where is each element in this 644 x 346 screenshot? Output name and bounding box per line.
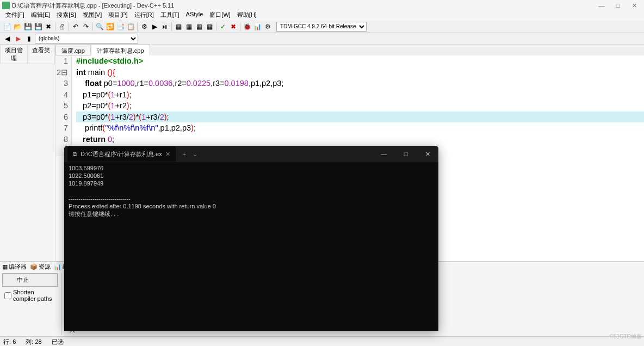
replace-icon[interactable]: 🔁 xyxy=(105,22,115,32)
check-icon[interactable]: ✓ xyxy=(218,22,228,32)
line-gutter: 12⊟3456789 xyxy=(55,55,72,156)
tab-compiler[interactable]: ▦ 编译器 xyxy=(2,263,27,271)
options-icon[interactable]: ⚙ xyxy=(263,22,273,32)
menu-item[interactable]: 工具[T] xyxy=(157,11,183,21)
window-title: D:\C语言程序\计算存款利息.cpp - [Executing] - Dev-… xyxy=(12,2,598,10)
chevron-down-icon[interactable]: ⌄ xyxy=(193,151,197,158)
menu-item[interactable]: 帮助[H] xyxy=(234,11,260,21)
scope-select[interactable]: (globals) xyxy=(35,34,138,44)
code-editor[interactable]: 12⊟3456789 #include<stdio.h>int main (){… xyxy=(55,55,644,156)
save-icon[interactable]: 💾 xyxy=(23,22,33,32)
nav-toolbar: ◀ ▶ ▮ (globals) xyxy=(0,33,644,45)
cmd-icon: ⧉ xyxy=(73,151,77,158)
undo-icon[interactable]: ↶ xyxy=(71,22,81,32)
abort-button[interactable]: 中止 xyxy=(2,273,58,287)
menu-item[interactable]: 编辑[E] xyxy=(28,11,53,21)
menu-item[interactable]: 运行[R] xyxy=(131,11,157,21)
console-window[interactable]: ⧉ D:\C语言程序\计算存款利息.ex ✕ ＋ ⌄ — □ ✕ 1003.59… xyxy=(64,146,438,331)
save-all-icon[interactable]: 💾 xyxy=(33,22,43,32)
console-maximize-button[interactable]: □ xyxy=(395,146,417,162)
watermark: ©51CTO博客 xyxy=(610,333,642,341)
layout2-icon[interactable]: ▦ xyxy=(184,22,194,32)
new-file-icon[interactable]: 📄 xyxy=(2,22,12,32)
debug-icon[interactable]: 🐞 xyxy=(242,22,252,32)
file-tab[interactable]: 温度.cpp xyxy=(55,45,91,55)
layout3-icon[interactable]: ▦ xyxy=(194,22,204,32)
console-tab[interactable]: ⧉ D:\C语言程序\计算存款利息.ex ✕ xyxy=(67,146,176,162)
close-button[interactable]: ✕ xyxy=(631,2,637,9)
profile-icon[interactable]: 📊 xyxy=(252,22,262,32)
menu-item[interactable]: 搜索[S] xyxy=(53,11,79,21)
sidebar-tab[interactable]: 查看类 xyxy=(28,45,55,64)
project-sidebar: 项目管理查看类 xyxy=(0,45,55,284)
console-tab-title: D:\C语言程序\计算存款利息.ex xyxy=(81,150,162,158)
layout4-icon[interactable]: ▦ xyxy=(205,22,214,32)
open-file-icon[interactable]: 📂 xyxy=(13,22,22,32)
minimize-button[interactable]: — xyxy=(598,2,605,9)
layout1-icon[interactable]: ▦ xyxy=(174,22,183,32)
console-tab-close-icon[interactable]: ✕ xyxy=(165,151,170,158)
cancel-icon[interactable]: ✖ xyxy=(228,22,238,32)
menu-item[interactable]: 窗口[W] xyxy=(206,11,234,21)
console-output: 1003.599976 1022.500061 1019.897949 ----… xyxy=(64,162,438,220)
title-bar: D:\C语言程序\计算存款利息.cpp - [Executing] - Dev-… xyxy=(0,0,644,11)
run-icon[interactable]: ▶ xyxy=(150,22,159,32)
redo-icon[interactable]: ↷ xyxy=(81,22,91,32)
find-in-files-icon[interactable]: 📑 xyxy=(115,22,125,32)
compile-icon[interactable]: ⚙ xyxy=(139,22,149,32)
main-toolbar: 📄 📂 💾 💾 ✖ 🖨 ↶ ↷ 🔍 🔁 📑 📋 ⚙ ▶ ⏯ ▦ ▦ ▦ ▦ ✓ … xyxy=(0,21,644,33)
file-tab-bar: 温度.cpp计算存款利息.cpp xyxy=(55,45,644,55)
menu-bar: 文件[F]编辑[E]搜索[S]视图[V]项目[P]运行[R]工具[T]AStyl… xyxy=(0,11,644,21)
menu-item[interactable]: AStyle xyxy=(183,11,207,21)
sidebar-tab[interactable]: 项目管理 xyxy=(0,45,28,64)
print-icon[interactable]: 🖨 xyxy=(57,22,67,32)
file-tab[interactable]: 计算存款利息.cpp xyxy=(91,45,150,55)
status-bar: 行: 6 列: 28 已选 xyxy=(0,336,644,346)
console-close-button[interactable]: ✕ xyxy=(417,146,438,162)
shorten-paths-checkbox[interactable] xyxy=(4,292,11,299)
console-minimize-button[interactable]: — xyxy=(373,146,395,162)
app-icon xyxy=(2,2,10,9)
menu-item[interactable]: 视图[V] xyxy=(79,11,105,21)
console-new-tab-button[interactable]: ＋ xyxy=(176,150,193,158)
find-icon[interactable]: 🔍 xyxy=(95,22,104,32)
bookmark-icon[interactable]: ▮ xyxy=(24,34,34,44)
compiler-select[interactable]: TDM-GCC 4.9.2 64-bit Release xyxy=(276,22,367,32)
shorten-paths-label: Shorten compiler paths xyxy=(13,289,55,302)
compile-run-icon[interactable]: ⏯ xyxy=(160,22,170,32)
back-icon[interactable]: ◀ xyxy=(2,34,12,44)
tab-resources[interactable]: 📦 资源 xyxy=(30,263,51,271)
close-file-icon[interactable]: ✖ xyxy=(44,22,53,32)
goto-line-icon[interactable]: 📋 xyxy=(126,22,135,32)
menu-item[interactable]: 项目[P] xyxy=(105,11,131,21)
forward-icon[interactable]: ▶ xyxy=(13,34,23,44)
maximize-button[interactable]: □ xyxy=(615,2,621,9)
console-title-bar: ⧉ D:\C语言程序\计算存款利息.ex ✕ ＋ ⌄ — □ ✕ xyxy=(64,146,438,162)
menu-item[interactable]: 文件[F] xyxy=(2,11,28,21)
